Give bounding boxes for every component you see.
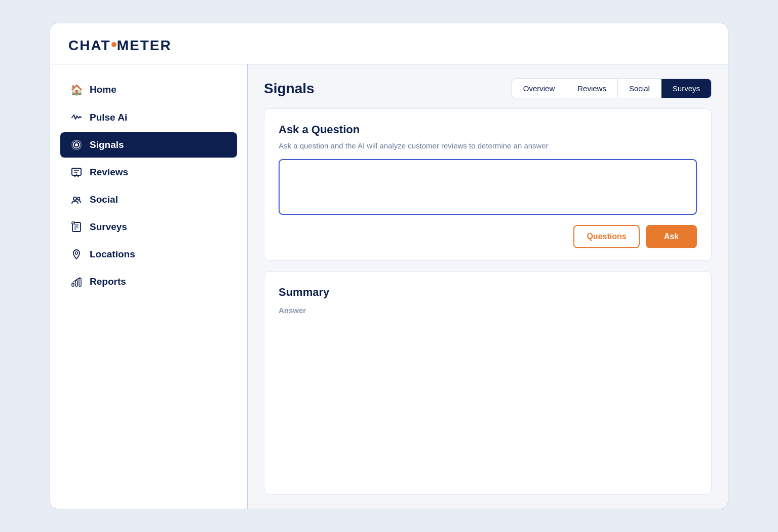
page-title: Signals (264, 81, 315, 97)
tab-overview[interactable]: Overview (512, 79, 567, 98)
pulse-ai-icon (70, 112, 83, 123)
sidebar-item-pulse-ai[interactable]: Pulse Ai (60, 105, 237, 130)
svg-point-4 (73, 197, 76, 200)
sidebar-item-signals-label: Signals (90, 139, 124, 150)
sidebar-item-reviews-label: Reviews (90, 167, 128, 178)
page-header: Signals Overview Reviews Social Surveys (264, 79, 712, 98)
app-window: CHATMETER 🏠 Home Pulse Ai (50, 23, 728, 509)
reviews-icon (70, 167, 83, 178)
surveys-icon (70, 221, 83, 233)
sidebar-item-reviews[interactable]: Reviews (60, 160, 237, 185)
sidebar-item-reports-label: Reports (90, 276, 126, 287)
ask-button[interactable]: Ask (646, 225, 697, 248)
summary-card: Summary Answer (264, 271, 712, 495)
questions-button[interactable]: Questions (573, 225, 639, 248)
main-layout: 🏠 Home Pulse Ai (50, 64, 728, 509)
sidebar-item-locations[interactable]: Locations (60, 242, 237, 267)
sidebar: 🏠 Home Pulse Ai (50, 64, 248, 509)
social-icon (70, 194, 83, 205)
ask-question-subtitle: Ask a question and the AI will analyze c… (279, 141, 697, 150)
ask-question-title: Ask a Question (279, 123, 697, 136)
sidebar-item-surveys-label: Surveys (90, 221, 127, 233)
logo-dot (111, 42, 116, 47)
ask-question-card: Ask a Question Ask a question and the AI… (264, 108, 712, 261)
tab-reviews[interactable]: Reviews (566, 79, 618, 98)
location-icon (70, 249, 83, 260)
tab-surveys[interactable]: Surveys (662, 79, 711, 98)
sidebar-item-home-label: Home (90, 84, 116, 95)
sidebar-item-locations-label: Locations (90, 249, 135, 260)
sidebar-item-home[interactable]: 🏠 Home (60, 77, 237, 103)
card-actions: Questions Ask (279, 225, 697, 248)
tab-social[interactable]: Social (618, 79, 662, 98)
svg-rect-12 (72, 283, 74, 286)
svg-rect-10 (72, 222, 74, 224)
sidebar-item-social[interactable]: Social (60, 187, 237, 212)
question-textarea[interactable] (279, 159, 697, 215)
svg-rect-13 (75, 281, 77, 286)
signals-icon (70, 139, 83, 150)
sidebar-item-surveys[interactable]: Surveys (60, 214, 237, 240)
svg-point-5 (77, 198, 80, 200)
tabs-container: Overview Reviews Social Surveys (512, 79, 712, 98)
reports-icon (70, 276, 83, 287)
sidebar-item-pulse-ai-label: Pulse Ai (90, 112, 127, 123)
svg-point-11 (75, 252, 78, 254)
sidebar-item-signals[interactable]: Signals (60, 132, 237, 158)
logo-text-part2: METER (117, 37, 172, 54)
logo: CHATMETER (68, 37, 710, 54)
svg-point-0 (75, 143, 78, 146)
home-icon: 🏠 (70, 84, 83, 96)
summary-title: Summary (279, 286, 697, 299)
sidebar-item-reports[interactable]: Reports (60, 269, 237, 294)
header: CHATMETER (50, 23, 728, 64)
sidebar-item-social-label: Social (90, 194, 118, 205)
svg-rect-14 (79, 278, 81, 286)
summary-answer-label: Answer (279, 306, 306, 315)
logo-text-part1: CHAT (68, 37, 111, 54)
main-content: Signals Overview Reviews Social Surveys … (248, 64, 728, 509)
